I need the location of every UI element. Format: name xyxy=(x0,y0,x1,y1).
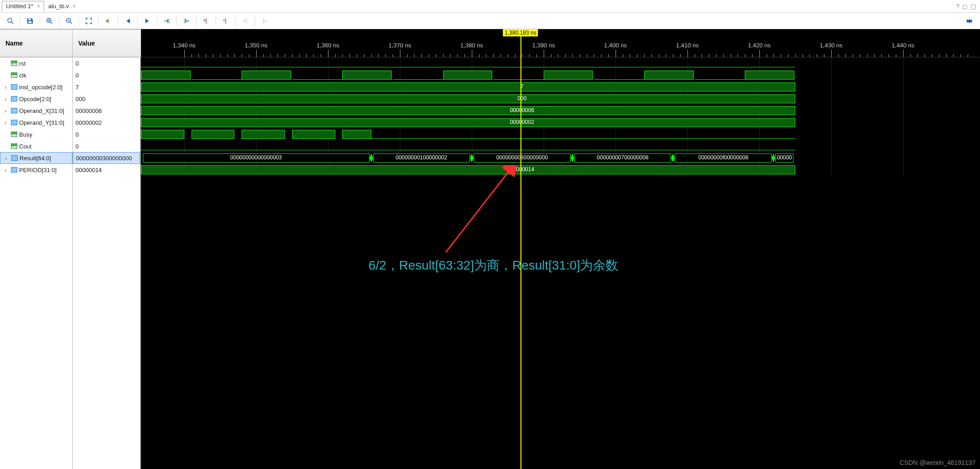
wave-row[interactable]: 00000006 xyxy=(141,105,980,117)
zoom-in-icon[interactable] xyxy=(43,15,56,27)
signal-name-row[interactable]: ›Result[64:0] xyxy=(0,152,72,164)
signal-value: 000 xyxy=(76,96,86,102)
go-to-cursor-icon[interactable] xyxy=(101,15,115,27)
next-transition-icon[interactable] xyxy=(180,15,193,27)
tab-bar: Untitled 1* × alu_tb.v × ? ◻ ▢ xyxy=(0,0,980,13)
next-marker-icon[interactable] xyxy=(258,15,272,27)
signal-type-icon xyxy=(11,72,17,78)
wave-row[interactable]: 00000002 xyxy=(141,117,980,128)
window-controls: ? ◻ ▢ xyxy=(956,3,976,10)
signal-name-row[interactable]: ›Operand_Y[31:0] xyxy=(0,117,72,128)
signal-value: 00000014 xyxy=(76,167,102,173)
wave-row[interactable]: 0000000000000000300000000100000002000000… xyxy=(141,152,980,164)
wave-row[interactable] xyxy=(141,128,980,140)
restore-icon[interactable]: ◻ xyxy=(962,3,968,10)
value-column: Value 0070000000000600000002000000000030… xyxy=(73,29,141,469)
signal-value-row[interactable]: 00000000300000000 xyxy=(73,152,140,164)
wave-row[interactable]: 7 xyxy=(141,81,980,93)
add-marker-icon[interactable] xyxy=(199,15,213,27)
signal-name-row[interactable]: rst xyxy=(0,57,72,69)
settings-icon[interactable] xyxy=(963,15,976,27)
signal-value: 0 xyxy=(76,131,79,138)
tab-label: alu_tb.v xyxy=(48,3,69,10)
value-header[interactable]: Value xyxy=(73,29,141,57)
annotation-text: 6/2，Result[63:32]为商，Result[31:0]为余数 xyxy=(369,257,618,274)
svg-rect-2 xyxy=(28,18,31,20)
signal-type-icon xyxy=(11,108,17,113)
save-icon[interactable] xyxy=(23,15,37,27)
signal-name: Cout xyxy=(19,143,31,150)
time-tick-label: 1,440 ns xyxy=(892,42,914,49)
signal-name-row[interactable]: ›Operand_X[31:0] xyxy=(0,105,72,117)
name-header[interactable]: Name xyxy=(0,29,73,57)
signal-type-icon xyxy=(11,120,17,125)
close-icon[interactable]: × xyxy=(73,3,76,10)
tab-untitled[interactable]: Untitled 1* × xyxy=(2,1,44,12)
signal-value-row[interactable]: 0 xyxy=(73,69,140,81)
prev-transition-icon[interactable] xyxy=(160,15,174,27)
svg-line-19 xyxy=(446,170,510,252)
bus-value: 000 xyxy=(517,95,526,102)
svg-line-5 xyxy=(51,22,52,24)
signal-name-row[interactable]: Busy xyxy=(0,128,72,140)
waveform-area[interactable]: 1,380.183 ns 1,340 ns1,350 ns1,360 ns1,3… xyxy=(141,29,980,469)
watermark: CSDN @weixin_46191137 xyxy=(899,459,975,466)
cursor-line[interactable] xyxy=(520,29,521,469)
signal-name: Operand_X[31:0] xyxy=(19,107,64,114)
signal-value-row[interactable]: 000 xyxy=(73,93,140,105)
go-to-start-icon[interactable] xyxy=(121,15,135,27)
signal-value: 00000000300000000 xyxy=(76,155,132,162)
signal-value-row[interactable]: 00000014 xyxy=(73,164,140,176)
annotation-arrow xyxy=(441,166,519,257)
signal-value-row[interactable]: 0 xyxy=(73,57,140,69)
signal-value-row[interactable]: 7 xyxy=(73,81,140,93)
search-icon[interactable] xyxy=(4,15,17,27)
signal-name-row[interactable]: ›inst_opcode[2:0] xyxy=(0,81,72,93)
time-tick-label: 1,430 ns xyxy=(820,42,843,49)
signal-name: clk xyxy=(19,72,26,79)
svg-point-0 xyxy=(8,18,12,22)
signal-name-row[interactable]: ›Opcode[2:0] xyxy=(0,93,72,105)
time-tick-label: 1,400 ns xyxy=(604,42,627,49)
signal-type-icon xyxy=(11,96,17,102)
svg-line-1 xyxy=(11,22,13,24)
time-tick-label: 1,420 ns xyxy=(748,42,771,49)
bus-value: 00000002 xyxy=(510,119,534,125)
maximize-icon[interactable]: ▢ xyxy=(970,3,976,10)
tab-alu-tb[interactable]: alu_tb.v × xyxy=(44,1,80,12)
help-icon[interactable]: ? xyxy=(956,3,960,10)
signal-value-row[interactable]: 00000002 xyxy=(73,117,140,128)
time-tick-label: 1,350 ns xyxy=(245,42,268,49)
zoom-out-icon[interactable] xyxy=(62,15,76,27)
signal-name-row[interactable]: Cout xyxy=(0,140,72,152)
time-tick-label: 1,380 ns xyxy=(460,42,483,49)
bus-value: 00000006 xyxy=(510,107,534,113)
signal-value: 7 xyxy=(76,84,79,91)
signal-type-icon xyxy=(11,84,17,90)
bus-value: 00000000300000000 xyxy=(496,154,548,161)
bus-value: 00000000100000002 xyxy=(395,154,447,161)
time-tick-label: 1,410 ns xyxy=(676,42,699,49)
remove-marker-icon[interactable] xyxy=(219,15,232,27)
wave-row[interactable] xyxy=(141,57,980,69)
signal-value-row[interactable]: 00000006 xyxy=(73,105,140,117)
bus-value: 00000000000000003 xyxy=(230,154,282,161)
wave-row[interactable]: 000 xyxy=(141,93,980,105)
bus-value: 00000000f00000008 xyxy=(698,154,748,161)
wave-row[interactable]: 00000014 xyxy=(141,164,980,176)
close-icon[interactable]: × xyxy=(37,3,40,10)
time-ruler[interactable]: 1,340 ns1,350 ns1,360 ns1,370 ns1,380 ns… xyxy=(141,29,980,57)
signal-value-row[interactable]: 0 xyxy=(73,128,140,140)
signal-type-icon xyxy=(11,132,17,137)
signal-name-row[interactable]: ›PERIOD[31:0] xyxy=(0,164,72,176)
signal-name-row[interactable]: clk xyxy=(0,69,72,81)
wave-row[interactable] xyxy=(141,69,980,81)
signal-value: 0 xyxy=(76,143,79,150)
prev-marker-icon[interactable] xyxy=(238,15,252,27)
name-column: Name rstclk›inst_opcode[2:0]›Opcode[2:0]… xyxy=(0,29,73,469)
go-to-end-icon[interactable] xyxy=(141,15,154,27)
signal-value-row[interactable]: 0 xyxy=(73,140,140,152)
signal-name: Opcode[2:0] xyxy=(19,96,51,102)
zoom-fit-icon[interactable] xyxy=(82,15,96,27)
wave-row[interactable] xyxy=(141,140,980,152)
